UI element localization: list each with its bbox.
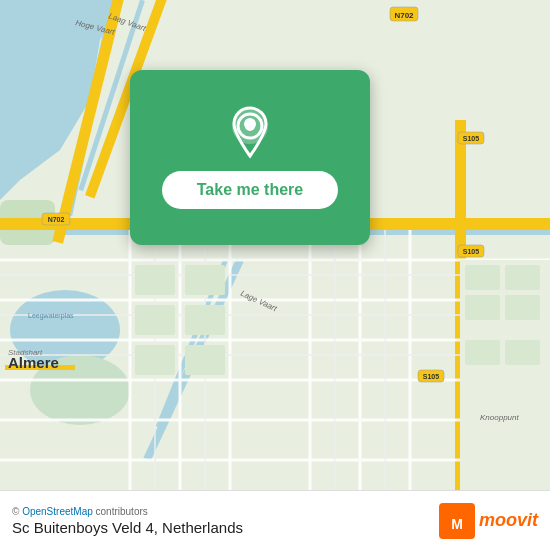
location-name: Sc Buitenboys Veld 4, Netherlands (12, 519, 243, 536)
svg-point-68 (244, 118, 256, 130)
svg-rect-34 (505, 265, 540, 290)
svg-text:S105: S105 (463, 135, 479, 142)
svg-rect-42 (185, 305, 225, 335)
svg-rect-33 (465, 265, 500, 290)
svg-text:Almere: Almere (8, 354, 59, 371)
svg-text:N702: N702 (48, 216, 65, 223)
take-me-there-button[interactable]: Take me there (162, 171, 338, 209)
svg-rect-32 (460, 260, 550, 490)
popup-overlay: Take me there (130, 70, 370, 245)
map-container: Stadshart N702 N702 N702 S105 S105 S105 … (0, 0, 550, 490)
bottom-bar: © OpenStreetMap contributors Sc Buitenbo… (0, 490, 550, 550)
svg-text:Knooppunt: Knooppunt (480, 413, 519, 422)
svg-rect-37 (465, 340, 500, 365)
svg-rect-40 (185, 265, 225, 295)
svg-rect-35 (465, 295, 500, 320)
location-pin-icon (225, 106, 275, 161)
attribution-suffix: contributors (96, 506, 148, 517)
svg-text:N702: N702 (394, 11, 414, 20)
moovit-icon: M (439, 503, 475, 539)
svg-text:M: M (451, 516, 463, 532)
svg-rect-43 (135, 345, 175, 375)
svg-text:S105: S105 (423, 373, 439, 380)
svg-text:S105: S105 (463, 248, 479, 255)
svg-rect-36 (505, 295, 540, 320)
osm-link[interactable]: OpenStreetMap (22, 506, 93, 517)
svg-rect-44 (185, 345, 225, 375)
bottom-info: © OpenStreetMap contributors Sc Buitenbo… (12, 506, 243, 536)
svg-rect-41 (135, 305, 175, 335)
moovit-brand-name: moovit (479, 510, 538, 531)
moovit-logo: M moovit (439, 503, 538, 539)
svg-rect-38 (505, 340, 540, 365)
svg-rect-39 (135, 265, 175, 295)
attribution: © OpenStreetMap contributors (12, 506, 243, 517)
svg-text:Leegwaterplas: Leegwaterplas (28, 312, 74, 320)
attribution-prefix: © (12, 506, 19, 517)
